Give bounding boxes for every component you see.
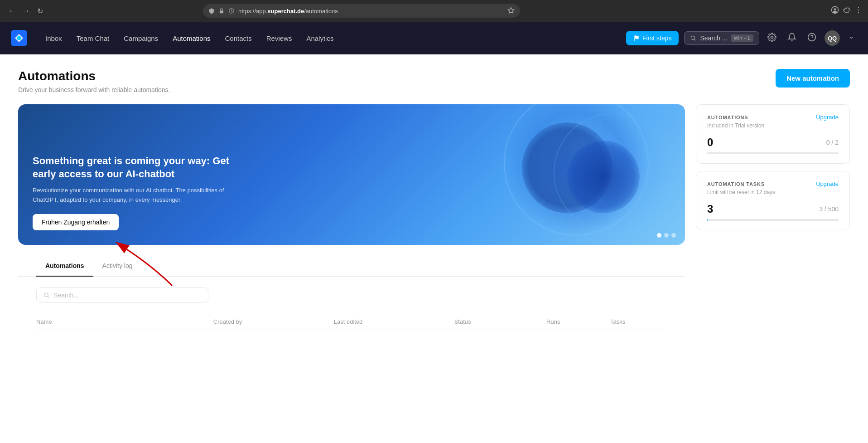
tasks-stat-card: AUTOMATION TASKS Upgrade Limit will be r…: [696, 171, 850, 230]
automations-stat-values: 0 0 / 2: [707, 136, 839, 149]
automations-card-header: AUTOMATIONS Upgrade: [707, 114, 839, 121]
svg-point-14: [44, 293, 48, 297]
flag-icon: [633, 35, 640, 41]
col-tasks: Tasks: [610, 318, 667, 325]
main-content: Automations Drive your business forward …: [0, 54, 868, 443]
col-created-by: Created by: [213, 318, 327, 325]
col-name: Name: [36, 318, 206, 325]
nav-reviews[interactable]: Reviews: [259, 31, 299, 46]
shield-icon: [208, 8, 215, 14]
lock-icon: [218, 8, 225, 14]
search-icon: [690, 35, 696, 41]
browser-actions: [831, 6, 863, 16]
nav-campaigns[interactable]: Campaigns: [116, 31, 165, 46]
tasks-card-header: AUTOMATION TASKS Upgrade: [707, 180, 839, 187]
automations-stat-card: AUTOMATIONS Upgrade Included in Trial ve…: [696, 104, 850, 164]
tasks-progress-fill: [707, 219, 708, 221]
url-display: https://app.superchat.de/automations: [238, 8, 338, 15]
page-title: Automations: [18, 69, 170, 83]
tabs-section: Automations Activity log: [18, 256, 685, 277]
banner-dots: [657, 233, 676, 238]
nav-automations[interactable]: Automations: [165, 31, 217, 46]
menu-icon: [854, 6, 863, 14]
automations-card-sublabel: Included in Trial version: [707, 122, 839, 129]
chevron-down-icon: [848, 34, 854, 41]
page-subtitle: Drive your business forward with reliabl…: [18, 86, 170, 93]
banner-dot-1[interactable]: [657, 233, 661, 238]
browser-chrome: ← → ↻ https://app.superchat.de/automatio…: [0, 0, 868, 22]
tab-automations[interactable]: Automations: [36, 256, 93, 277]
tabs: Automations Activity log: [36, 256, 667, 276]
page-title-section: Automations Drive your business forward …: [18, 69, 170, 93]
svg-point-11: [771, 36, 773, 38]
tasks-max: 3 / 500: [819, 205, 839, 213]
search-bar[interactable]: Search ... Win + L: [684, 31, 759, 45]
tasks-card-label: AUTOMATION TASKS: [707, 181, 765, 187]
banner-title: Something great is coming your way: Get …: [33, 155, 250, 180]
nav-team-chat[interactable]: Team Chat: [69, 31, 117, 46]
svg-rect-0: [220, 10, 223, 13]
banner-dot-3[interactable]: [671, 233, 676, 238]
gear-icon: [767, 33, 776, 42]
ai-banner: Something great is coming your way: Get …: [18, 104, 685, 245]
tab-activity-log[interactable]: Activity log: [93, 256, 142, 277]
col-last-edited: Last edited: [334, 318, 447, 325]
banner-button-wrapper: Frühen Zugang erhalten: [33, 214, 119, 230]
col-status: Status: [454, 318, 539, 325]
automations-card-label: AUTOMATIONS: [707, 115, 748, 120]
svg-point-4: [858, 7, 859, 8]
refresh-button[interactable]: ↻: [34, 5, 46, 17]
col-runs: Runs: [546, 318, 603, 325]
svg-point-10: [691, 36, 695, 39]
back-button[interactable]: ←: [5, 5, 18, 17]
banner-description: Revolutionize your communication with ou…: [33, 186, 250, 205]
profile-circle-icon: [831, 6, 839, 14]
table-header: Name Created by Last edited Status Runs …: [36, 314, 667, 330]
user-avatar[interactable]: QQ: [825, 30, 840, 46]
svg-point-5: [858, 10, 859, 10]
tasks-upgrade-link[interactable]: Upgrade: [816, 180, 839, 187]
content-area: Something great is coming your way: Get …: [0, 104, 868, 443]
nav-right: First steps Search ... Win + L: [626, 30, 857, 47]
banner-cta-button[interactable]: Frühen Zugang erhalten: [33, 214, 119, 230]
table-section: Name Created by Last edited Status Runs …: [18, 277, 685, 341]
star-icon: [507, 7, 515, 14]
extensions-button[interactable]: [843, 6, 851, 16]
automations-upgrade-link[interactable]: Upgrade: [816, 114, 839, 121]
app-logo[interactable]: [11, 30, 27, 46]
settings-button[interactable]: [765, 30, 779, 47]
page-header: Automations Drive your business forward …: [0, 54, 868, 104]
notifications-button[interactable]: [785, 30, 799, 47]
nav-analytics[interactable]: Analytics: [299, 31, 341, 46]
automations-current: 0: [707, 136, 713, 149]
address-bar[interactable]: https://app.superchat.de/automations: [203, 4, 520, 18]
table-search-input[interactable]: [53, 292, 202, 299]
app-navbar: Inbox Team Chat Campaigns Automations Co…: [0, 22, 868, 54]
puzzle-icon: [843, 6, 851, 14]
automations-progress-bar: [707, 152, 839, 154]
banner-decoration-4: [567, 141, 640, 213]
search-wrapper[interactable]: [36, 287, 208, 303]
site-settings-icon: [228, 8, 235, 14]
browser-nav-buttons: ← → ↻: [5, 5, 46, 17]
tasks-stat-values: 3 3 / 500: [707, 203, 839, 215]
new-automation-button[interactable]: New automation: [776, 69, 850, 88]
tasks-progress-bar: [707, 219, 839, 221]
sidebar-cards: AUTOMATIONS Upgrade Included in Trial ve…: [696, 104, 850, 428]
table-search-icon: [43, 292, 50, 299]
nav-links: Inbox Team Chat Campaigns Automations Co…: [38, 31, 626, 46]
forward-button[interactable]: →: [20, 5, 33, 17]
bell-icon: [787, 33, 796, 42]
menu-button[interactable]: [854, 6, 863, 16]
banner-dot-2[interactable]: [664, 233, 669, 238]
user-menu-chevron[interactable]: [845, 31, 857, 46]
profile-action-button[interactable]: [831, 6, 839, 16]
banner-content: Something great is coming your way: Get …: [33, 155, 250, 230]
svg-point-6: [858, 12, 859, 13]
help-button[interactable]: [805, 30, 819, 47]
nav-inbox[interactable]: Inbox: [38, 31, 69, 46]
nav-contacts[interactable]: Contacts: [218, 31, 259, 46]
svg-point-3: [834, 8, 836, 10]
first-steps-button[interactable]: First steps: [626, 31, 679, 45]
automations-max: 0 / 2: [826, 139, 839, 146]
